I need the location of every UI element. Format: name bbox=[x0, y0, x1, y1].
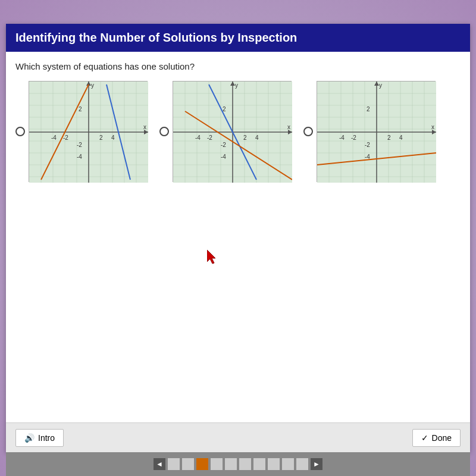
svg-text:2: 2 bbox=[99, 134, 103, 141]
page-10[interactable] bbox=[296, 458, 308, 470]
graphs-row: x y -4 -2 2 4 2 -2 -4 bbox=[15, 81, 461, 182]
svg-text:2: 2 bbox=[243, 134, 247, 141]
svg-text:-4: -4 bbox=[51, 134, 57, 141]
svg-text:-2: -2 bbox=[77, 142, 82, 148]
page-9[interactable] bbox=[282, 458, 294, 470]
radio-1[interactable] bbox=[15, 127, 25, 136]
page-2[interactable] bbox=[182, 458, 194, 470]
page-7[interactable] bbox=[253, 458, 265, 470]
next-page-button[interactable]: ► bbox=[311, 458, 322, 470]
next-arrow-icon: ► bbox=[313, 460, 320, 468]
question-text: Which system of equations has one soluti… bbox=[15, 61, 461, 71]
svg-text:-2: -2 bbox=[365, 142, 370, 148]
title-bar: Identifying the Number of Solutions by I… bbox=[6, 24, 470, 52]
svg-text:4: 4 bbox=[255, 134, 259, 141]
speaker-icon: 🔊 bbox=[24, 433, 35, 443]
radio-3[interactable] bbox=[303, 127, 313, 136]
svg-text:-4: -4 bbox=[339, 134, 345, 141]
question-area: Which system of equations has one soluti… bbox=[6, 52, 470, 422]
pagination-bar: ◄ ► bbox=[6, 452, 470, 476]
prev-page-button[interactable]: ◄ bbox=[154, 458, 165, 470]
content-area: Identifying the Number of Solutions by I… bbox=[6, 24, 470, 452]
graph-option-3: x y -4 -2 2 4 2 -2 -4 bbox=[303, 81, 436, 182]
svg-text:2: 2 bbox=[367, 106, 370, 112]
svg-text:-2: -2 bbox=[351, 134, 356, 141]
radio-2[interactable] bbox=[159, 127, 169, 136]
page-3-active[interactable] bbox=[196, 458, 208, 470]
done-button[interactable]: ✓ Done bbox=[412, 429, 461, 447]
graph-option-1: x y -4 -2 2 4 2 -2 -4 bbox=[15, 81, 148, 182]
page-title: Identifying the Number of Solutions by I… bbox=[15, 31, 461, 45]
main-container: ssignment Active Identifying the Number … bbox=[0, 0, 476, 476]
svg-text:2: 2 bbox=[223, 106, 226, 112]
svg-text:x: x bbox=[143, 124, 146, 130]
graph-box-3[interactable]: x y -4 -2 2 4 2 -2 -4 bbox=[317, 81, 436, 182]
svg-text:2: 2 bbox=[79, 106, 82, 112]
intro-label: Intro bbox=[38, 433, 55, 443]
check-icon: ✓ bbox=[421, 433, 428, 443]
svg-text:-4: -4 bbox=[77, 154, 82, 160]
svg-text:4: 4 bbox=[399, 134, 403, 141]
page-6[interactable] bbox=[239, 458, 251, 470]
svg-text:y: y bbox=[379, 82, 382, 89]
graph-box-1[interactable]: x y -4 -2 2 4 2 -2 -4 bbox=[29, 81, 148, 182]
graph-box-2[interactable]: x y -4 -2 2 4 2 -2 -4 bbox=[173, 81, 292, 182]
intro-button[interactable]: 🔊 Intro bbox=[15, 429, 64, 447]
done-label: Done bbox=[432, 433, 452, 443]
svg-text:-2: -2 bbox=[207, 134, 212, 141]
graph-option-2: x y -4 -2 2 4 2 -2 -4 bbox=[159, 81, 292, 182]
prev-arrow-icon: ◄ bbox=[156, 460, 163, 468]
svg-text:-2: -2 bbox=[221, 142, 226, 148]
svg-text:2: 2 bbox=[387, 134, 391, 141]
svg-text:4: 4 bbox=[111, 134, 115, 141]
bottom-bar: 🔊 Intro ✓ Done bbox=[6, 422, 470, 452]
page-5[interactable] bbox=[225, 458, 237, 470]
svg-text:y: y bbox=[91, 82, 94, 89]
svg-text:-2: -2 bbox=[63, 134, 68, 141]
svg-text:x: x bbox=[287, 124, 290, 130]
svg-text:x: x bbox=[431, 124, 434, 130]
page-4[interactable] bbox=[211, 458, 223, 470]
svg-text:-4: -4 bbox=[195, 134, 201, 141]
svg-text:-4: -4 bbox=[221, 154, 226, 160]
page-1[interactable] bbox=[168, 458, 180, 470]
svg-text:y: y bbox=[235, 82, 238, 89]
page-8[interactable] bbox=[268, 458, 280, 470]
